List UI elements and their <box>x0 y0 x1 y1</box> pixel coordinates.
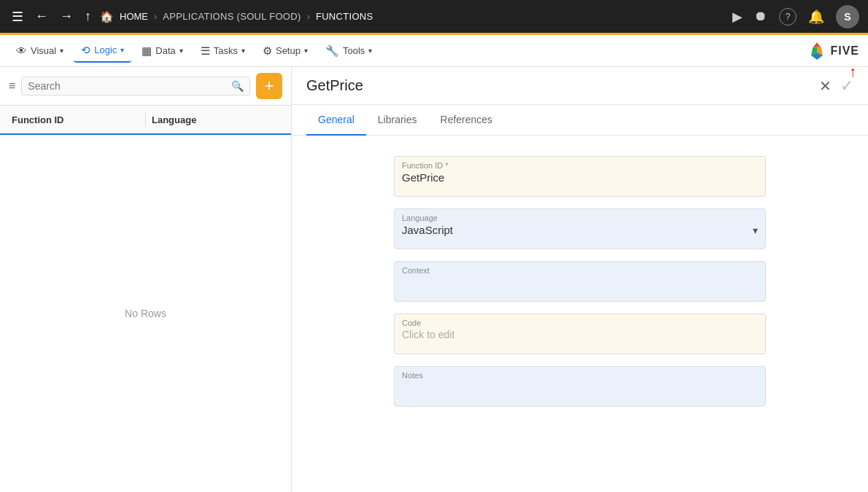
secnav-setup-label: Setup <box>276 45 301 56</box>
breadcrumb-sep1: › <box>154 11 157 22</box>
header-actions: ✕ ✓ ↑ <box>819 77 853 95</box>
menu-icon[interactable]: ☰ <box>9 6 26 28</box>
data-dropdown-icon: ▾ <box>179 47 183 55</box>
save-check-button[interactable]: ✓ ↑ <box>840 77 853 95</box>
context-value <box>395 275 765 282</box>
help-icon[interactable]: ? <box>779 8 797 26</box>
sidebar-toolbar: ≡ 🔍 + <box>0 67 291 106</box>
secondary-nav: 👁 Visual ▾ ⟲ Logic ▾ ▦ Data ▾ ☰ Tasks ▾ … <box>0 35 868 67</box>
panel-content: Function ID * GetPrice Language JavaScri… <box>292 136 868 427</box>
tab-references[interactable]: References <box>429 105 505 136</box>
tab-general[interactable]: General <box>306 105 366 136</box>
app-label[interactable]: APPLICATIONS (SOUL FOOD) <box>163 11 301 22</box>
back-icon[interactable]: ← <box>32 6 51 27</box>
secnav-data-label: Data <box>155 45 175 56</box>
data-icon: ▦ <box>142 44 152 58</box>
setup-dropdown-icon: ▾ <box>304 47 308 55</box>
secnav-tasks-label: Tasks <box>214 45 238 56</box>
code-value[interactable]: Click to edit <box>395 327 765 346</box>
forward-icon[interactable]: → <box>57 6 76 27</box>
user-avatar[interactable]: S <box>836 5 859 28</box>
logic-dropdown-icon: ▾ <box>120 46 124 54</box>
function-id-value[interactable]: GetPrice <box>395 170 765 190</box>
language-dropdown-arrow: ▾ <box>753 224 758 236</box>
visual-icon: 👁 <box>16 44 27 57</box>
tasks-icon: ☰ <box>201 44 210 58</box>
topbar: ☰ ← → ↑ 🏠 HOME › APPLICATIONS (SOUL FOOD… <box>0 0 868 35</box>
notes-field[interactable]: Notes <box>394 366 766 407</box>
col-function-id-header: Function ID <box>12 114 139 125</box>
search-icon: 🔍 <box>231 80 244 92</box>
sidebar-content: No Rows <box>0 135 291 492</box>
secnav-visual[interactable]: 👁 Visual ▾ <box>9 40 71 61</box>
no-rows-text: No Rows <box>125 308 166 319</box>
notes-value <box>395 380 765 387</box>
tab-libraries[interactable]: Libraries <box>366 105 429 136</box>
tools-dropdown-icon: ▾ <box>368 47 372 55</box>
five-text: FIVE <box>830 44 859 58</box>
filter-icon[interactable]: ≡ <box>9 79 15 93</box>
secnav-setup[interactable]: ⚙ Setup ▾ <box>255 40 315 62</box>
search-input[interactable] <box>28 80 231 92</box>
record-icon[interactable]: ⏺ <box>754 9 767 24</box>
sidebar-table-header: Function ID Language <box>0 106 291 135</box>
secnav-data[interactable]: ▦ Data ▾ <box>134 40 190 62</box>
secnav-logic-label: Logic <box>94 44 117 55</box>
home-icon: 🏠 <box>100 10 114 23</box>
search-input-wrap: 🔍 <box>21 77 250 95</box>
code-field[interactable]: Code Click to edit <box>394 313 766 354</box>
bell-icon[interactable]: 🔔 <box>808 9 824 25</box>
logic-icon: ⟲ <box>81 44 90 57</box>
function-id-field: Function ID * GetPrice <box>394 156 766 197</box>
main-layout: ≡ 🔍 + Function ID Language No Rows GetPr… <box>0 67 868 492</box>
play-icon[interactable]: ▶ <box>732 9 743 25</box>
col-divider <box>145 112 146 127</box>
visual-dropdown-icon: ▾ <box>60 47 63 55</box>
notes-label: Notes <box>395 367 765 380</box>
five-logo: FIVE <box>807 41 859 61</box>
topbar-right: ▶ ⏺ ? 🔔 S <box>732 5 859 28</box>
context-field[interactable]: Context <box>394 261 766 302</box>
functions-label[interactable]: FUNCTIONS <box>316 11 373 22</box>
secnav-tools[interactable]: 🔧 Tools ▾ <box>318 40 379 62</box>
secnav-visual-label: Visual <box>31 45 56 56</box>
secnav-tools-label: Tools <box>343 45 365 56</box>
tasks-dropdown-icon: ▾ <box>241 47 245 55</box>
language-label: Language <box>395 209 765 222</box>
right-panel: GetPrice ✕ ✓ ↑ General Libraries Referen… <box>292 67 868 492</box>
panel-tabs: General Libraries References <box>292 105 868 136</box>
five-logo-svg <box>807 41 827 61</box>
sidebar: ≡ 🔍 + Function ID Language No Rows <box>0 67 292 492</box>
col-language-header: Language <box>152 114 279 125</box>
check-icon: ✓ <box>840 77 853 95</box>
code-label: Code <box>395 314 765 327</box>
language-value: JavaScript <box>402 224 753 236</box>
close-button[interactable]: ✕ <box>819 77 832 95</box>
up-icon[interactable]: ↑ <box>82 6 94 27</box>
secnav-logic[interactable]: ⟲ Logic ▾ <box>74 39 131 63</box>
tools-icon: 🔧 <box>325 44 339 58</box>
language-field[interactable]: Language JavaScript ▾ <box>394 208 766 249</box>
function-id-label: Function ID * <box>395 157 765 170</box>
secnav-items: 👁 Visual ▾ ⟲ Logic ▾ ▦ Data ▾ ☰ Tasks ▾ … <box>9 39 379 63</box>
add-button[interactable]: + <box>256 73 282 99</box>
panel-title: GetPrice <box>306 77 819 94</box>
breadcrumb: 🏠 HOME › APPLICATIONS (SOUL FOOD) › FUNC… <box>100 10 726 23</box>
secnav-tasks[interactable]: ☰ Tasks ▾ <box>193 40 252 62</box>
home-label[interactable]: HOME <box>120 11 148 22</box>
breadcrumb-sep2: › <box>307 11 310 22</box>
context-label: Context <box>395 262 765 275</box>
setup-icon: ⚙ <box>263 44 272 58</box>
panel-header: GetPrice ✕ ✓ ↑ <box>292 67 868 105</box>
